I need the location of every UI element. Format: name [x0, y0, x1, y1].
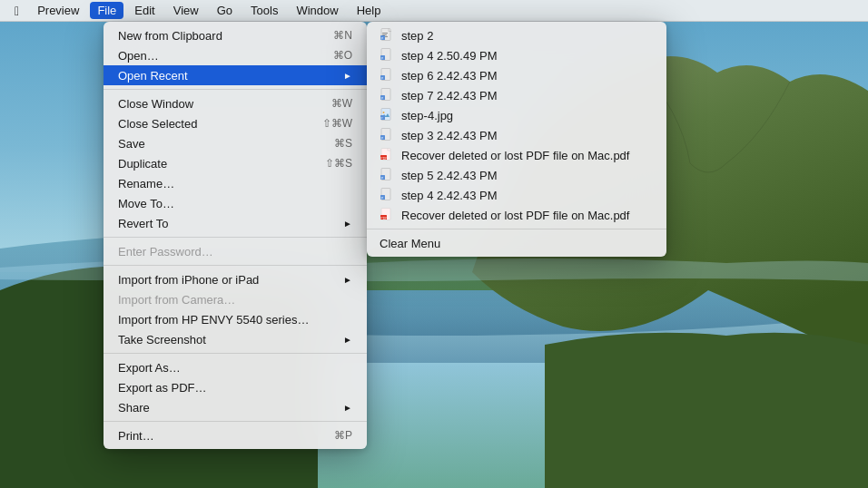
file-menu: New from Clipboard ⌘N Open… ⌘O Open Rece…	[104, 22, 367, 449]
menubar-tools[interactable]: Tools	[243, 2, 285, 19]
svg-rect-4	[382, 33, 388, 34]
preview-file-icon: P	[380, 188, 394, 202]
menu-item-label: Take Screenshot	[118, 333, 206, 346]
menu-import-camera[interactable]: Import from Camera…	[104, 289, 367, 309]
recent-item-label: Recover deleted or lost PDF file on Mac.…	[401, 209, 629, 222]
svg-text:P: P	[381, 176, 384, 181]
menu-item-label: Close Selected	[118, 117, 197, 131]
preview-file-icon: P	[380, 48, 394, 63]
menu-import-iphone[interactable]: Import from iPhone or iPad ►	[104, 269, 367, 289]
image-file-icon: P	[380, 108, 394, 122]
menu-separator-5	[104, 421, 367, 422]
menubar-edit[interactable]: Edit	[127, 2, 162, 19]
recent-item-label: step 4 2.42.43 PM	[401, 189, 498, 202]
recent-item-recover2[interactable]: PDF Recover deleted or lost PDF file on …	[367, 205, 666, 225]
menu-item-label: Duplicate	[118, 157, 167, 171]
svg-text:P: P	[381, 76, 384, 81]
apple-menu[interactable]: 	[7, 2, 26, 20]
menu-item-shortcut: ⇧⌘W	[322, 117, 352, 130]
menubar-preview[interactable]: Preview	[30, 2, 86, 19]
menu-item-label: Import from iPhone or iPad	[118, 273, 259, 287]
preview-file-icon: P	[380, 28, 394, 43]
svg-text:P: P	[381, 36, 384, 41]
recent-item-step4b[interactable]: P step 4 2.42.43 PM	[367, 185, 666, 205]
menu-share[interactable]: Share ►	[104, 397, 367, 417]
recent-item-recover1[interactable]: PDF Recover deleted or lost PDF file on …	[367, 145, 666, 165]
menu-item-label: Open…	[118, 49, 159, 63]
svg-text:P: P	[381, 196, 384, 200]
recent-item-label: step 7 2.42.43 PM	[401, 89, 498, 102]
menu-item-label: Save	[118, 137, 145, 151]
menu-revert-to[interactable]: Revert To ►	[104, 213, 367, 233]
menu-enter-password[interactable]: Enter Password…	[104, 241, 367, 261]
menu-move-to[interactable]: Move To…	[104, 193, 367, 213]
menubar:  Preview File Edit View Go Tools Window…	[0, 0, 868, 22]
menu-item-label: Move To…	[118, 197, 174, 210]
menu-open[interactable]: Open… ⌘O	[104, 45, 367, 65]
recent-item-label: step-4.jpg	[401, 109, 453, 122]
recent-item-step5[interactable]: P step 5 2.42.43 PM	[367, 165, 666, 185]
recent-item-step3[interactable]: P step 3 2.42.43 PM	[367, 125, 666, 145]
menubar-help[interactable]: Help	[350, 2, 389, 19]
preview-file-icon: P	[380, 128, 394, 142]
submenu-arrow-icon: ►	[343, 403, 352, 413]
recent-item-label: step 6 2.42.43 PM	[401, 69, 498, 83]
recent-item-step4[interactable]: P step 4 2.50.49 PM	[367, 45, 666, 65]
svg-text:P: P	[381, 136, 384, 141]
svg-text:PDF: PDF	[380, 217, 387, 220]
submenu-arrow-icon: ►	[343, 335, 352, 345]
menu-export-pdf[interactable]: Export as PDF…	[104, 377, 367, 397]
menu-item-label: New from Clipboard	[118, 29, 222, 43]
menu-open-recent[interactable]: Open Recent ►	[104, 65, 367, 85]
menu-close-selected[interactable]: Close Selected ⇧⌘W	[104, 113, 367, 133]
menu-item-shortcut: ⌘S	[334, 137, 352, 150]
menu-item-label: Revert To	[118, 217, 168, 230]
menu-item-label: Rename…	[118, 177, 174, 190]
menu-new-from-clipboard[interactable]: New from Clipboard ⌘N	[104, 25, 367, 45]
preview-file-icon: P	[380, 168, 394, 182]
open-recent-submenu: P step 2 P step 4 2.50.49 PM P step 6 2.…	[367, 22, 666, 257]
menu-duplicate[interactable]: Duplicate ⇧⌘S	[104, 153, 367, 173]
svg-text:P: P	[381, 56, 384, 61]
menu-save[interactable]: Save ⌘S	[104, 133, 367, 153]
recent-item-label: step 2	[401, 29, 433, 43]
menu-take-screenshot[interactable]: Take Screenshot ►	[104, 329, 367, 349]
recent-item-label: Recover deleted or lost PDF file on Mac.…	[401, 149, 629, 162]
menu-item-label: Export as PDF…	[118, 381, 207, 395]
menu-item-shortcut: ⌘P	[334, 429, 352, 442]
svg-point-19	[383, 112, 385, 113]
menu-item-shortcut: ⌘N	[333, 29, 352, 42]
menu-item-shortcut: ⌘O	[333, 49, 352, 62]
menu-item-label: Print…	[118, 429, 154, 443]
preview-file-icon: P	[380, 68, 394, 83]
submenu-arrow-icon: ►	[343, 275, 352, 285]
recent-item-label: step 4 2.50.49 PM	[401, 49, 498, 63]
svg-text:PDF: PDF	[380, 157, 387, 161]
menu-rename[interactable]: Rename…	[104, 173, 367, 193]
recent-item-step6[interactable]: P step 6 2.42.43 PM	[367, 65, 666, 85]
menubar-window[interactable]: Window	[289, 2, 345, 19]
preview-file-icon: P	[380, 88, 394, 102]
menu-item-label: Import from HP ENVY 5540 series…	[118, 313, 310, 327]
pdf-file-icon: PDF	[380, 208, 394, 222]
clear-menu-item[interactable]: Clear Menu	[367, 233, 666, 253]
recent-item-step4jpg[interactable]: P step-4.jpg	[367, 105, 666, 125]
menu-item-label: Open Recent	[118, 69, 188, 83]
menu-import-hp[interactable]: Import from HP ENVY 5540 series…	[104, 309, 367, 329]
recent-item-step7[interactable]: P step 7 2.42.43 PM	[367, 85, 666, 105]
recent-item-step2[interactable]: P step 2	[367, 25, 666, 45]
menubar-view[interactable]: View	[166, 2, 206, 19]
menu-print[interactable]: Print… ⌘P	[104, 425, 367, 445]
menu-item-label: Export As…	[118, 361, 181, 375]
menu-export-as[interactable]: Export As…	[104, 357, 367, 377]
recent-item-label: step 3 2.42.43 PM	[401, 129, 498, 142]
menu-separator-2	[104, 237, 367, 238]
pdf-file-icon: PDF	[380, 148, 394, 162]
svg-text:P: P	[381, 96, 384, 101]
menu-item-label: Close Window	[118, 97, 193, 111]
menubar-go[interactable]: Go	[210, 2, 240, 19]
menu-close-window[interactable]: Close Window ⌘W	[104, 93, 367, 113]
menu-separator-3	[104, 265, 367, 266]
recent-item-label: step 5 2.42.43 PM	[401, 169, 498, 182]
menubar-file[interactable]: File	[90, 2, 123, 19]
